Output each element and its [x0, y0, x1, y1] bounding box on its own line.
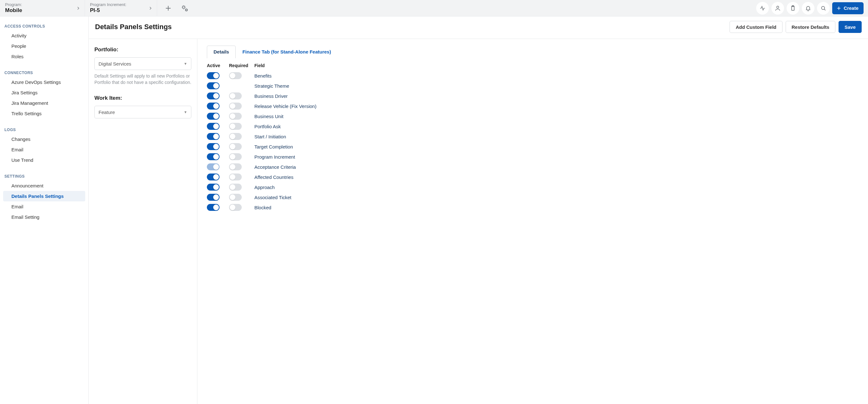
field-name: Approach: [254, 184, 859, 190]
toggle[interactable]: [207, 194, 220, 201]
field-row: Release Vehicle (Fix Version): [207, 101, 859, 111]
field-row: Benefits: [207, 71, 859, 81]
sidebar-item[interactable]: Email: [3, 144, 85, 155]
toggle[interactable]: [207, 93, 220, 99]
sidebar-item[interactable]: People: [3, 41, 85, 51]
field-name: Release Vehicle (Fix Version): [254, 104, 859, 109]
save-button[interactable]: Save: [839, 21, 862, 33]
sidebar-group-title: CONNECTORS: [0, 67, 88, 77]
plus-icon[interactable]: [163, 3, 173, 13]
topbar-tool-icons: [157, 0, 189, 16]
gears-icon[interactable]: [180, 3, 189, 13]
sidebar-item[interactable]: Email Setting: [3, 212, 85, 222]
workitem-label: Work Item:: [94, 95, 191, 101]
workitem-select[interactable]: Feature ▼: [94, 106, 191, 119]
field-row: Acceptance Criteria: [207, 162, 859, 172]
activity-icon[interactable]: [756, 2, 769, 14]
toggle[interactable]: [207, 82, 220, 89]
field-name: Acceptance Criteria: [254, 164, 859, 170]
portfolio-select[interactable]: Digital Services ▼: [94, 57, 191, 70]
tab[interactable]: Finance Tab (for Stand-Alone Features): [236, 45, 338, 58]
toggle[interactable]: [229, 103, 242, 109]
main: Details Panels Settings Add Custom Field…: [89, 16, 868, 404]
sidebar-item[interactable]: Azure DevOps Settings: [3, 77, 85, 88]
field-row: Approach: [207, 182, 859, 192]
field-name: Affected Countries: [254, 174, 859, 180]
topbar: Program: Mobile Program Increment: PI-5: [0, 0, 868, 16]
toggle[interactable]: [229, 173, 242, 180]
sidebar-item[interactable]: Changes: [3, 134, 85, 144]
clipboard-icon[interactable]: [786, 2, 799, 14]
sidebar-item[interactable]: Use Trend: [3, 155, 85, 165]
toggle[interactable]: [207, 153, 220, 160]
user-icon[interactable]: [771, 2, 784, 14]
field-row: Target Completion: [207, 141, 859, 152]
toggle[interactable]: [207, 123, 220, 130]
sidebar-item[interactable]: Jira Settings: [3, 88, 85, 98]
restore-defaults-button[interactable]: Restore Defaults: [786, 21, 835, 33]
chevron-right-icon: [148, 6, 153, 11]
bell-icon[interactable]: [802, 2, 814, 14]
toggle[interactable]: [207, 133, 220, 140]
add-custom-field-button[interactable]: Add Custom Field: [730, 21, 782, 33]
toggle[interactable]: [229, 123, 242, 130]
field-name: Start / Initiation: [254, 134, 859, 139]
toggle[interactable]: [229, 133, 242, 140]
toggle[interactable]: [229, 113, 242, 120]
toggle[interactable]: [207, 143, 220, 150]
toggle[interactable]: [207, 204, 220, 211]
sidebar: ACCESS CONTROLSActivityPeopleRolesCONNEC…: [0, 16, 89, 404]
toggle[interactable]: [207, 183, 220, 191]
toggle: [207, 163, 220, 170]
toggle[interactable]: [229, 204, 242, 211]
breadcrumb-pi-value: PI-5: [90, 7, 126, 14]
toggle[interactable]: [229, 194, 242, 201]
search-icon[interactable]: [817, 2, 830, 14]
tab[interactable]: Details: [207, 45, 236, 58]
toggle[interactable]: [207, 103, 220, 109]
caret-down-icon: ▼: [184, 62, 187, 66]
svg-point-1: [186, 9, 187, 10]
svg-line-6: [824, 9, 826, 10]
sidebar-item[interactable]: Email: [3, 201, 85, 212]
portfolio-help-text: Default Settings will apply to all new P…: [94, 73, 191, 86]
breadcrumb-program[interactable]: Program: Mobile: [0, 0, 85, 16]
field-name: Strategic Theme: [254, 83, 859, 89]
field-name: Business Unit: [254, 114, 859, 119]
toggle[interactable]: [229, 163, 242, 170]
create-button[interactable]: Create: [832, 2, 864, 14]
sidebar-item[interactable]: Activity: [3, 30, 85, 41]
svg-point-5: [822, 6, 825, 9]
column-header-required: Required: [229, 63, 254, 68]
toggle[interactable]: [229, 183, 242, 191]
tabs: DetailsFinance Tab (for Stand-Alone Feat…: [207, 45, 859, 58]
sidebar-item[interactable]: Announcement: [3, 180, 85, 191]
sidebar-item[interactable]: Roles: [3, 51, 85, 62]
toggle[interactable]: [229, 72, 242, 79]
breadcrumb-pi[interactable]: Program Increment: PI-5: [85, 0, 157, 16]
toggle[interactable]: [229, 153, 242, 160]
field-name: Blocked: [254, 205, 859, 210]
field-row: Affected Countries: [207, 172, 859, 182]
toggle[interactable]: [229, 93, 242, 99]
sidebar-item[interactable]: Jira Management: [3, 98, 85, 108]
portfolio-select-value: Digital Services: [98, 61, 131, 66]
sidebar-group-title: SETTINGS: [0, 171, 88, 180]
sidebar-item[interactable]: Details Panels Settings: [3, 191, 85, 201]
toggle[interactable]: [207, 113, 220, 120]
sidebar-group-title: LOGS: [0, 125, 88, 134]
toggle[interactable]: [207, 72, 220, 79]
column-header-field: Field: [254, 63, 859, 68]
toggle[interactable]: [207, 173, 220, 180]
svg-point-2: [777, 6, 779, 8]
field-row: Portfolio Ask: [207, 121, 859, 131]
page-title: Details Panels Settings: [95, 23, 172, 31]
field-name: Target Completion: [254, 144, 859, 149]
create-button-label: Create: [844, 5, 859, 11]
topbar-right: Create: [756, 0, 868, 16]
fields-panel: DetailsFinance Tab (for Stand-Alone Feat…: [197, 39, 868, 404]
column-header-active: Active: [207, 63, 229, 68]
sidebar-item[interactable]: Trello Settings: [3, 108, 85, 119]
toggle[interactable]: [229, 143, 242, 150]
field-name: Benefits: [254, 73, 859, 78]
